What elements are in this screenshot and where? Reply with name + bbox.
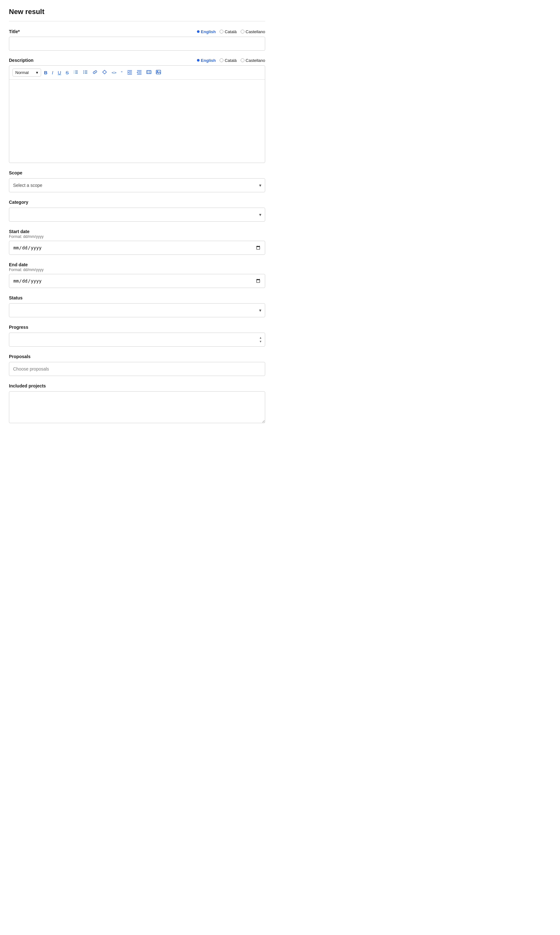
- progress-label: Progress: [9, 325, 28, 330]
- image-button[interactable]: [154, 68, 163, 77]
- progress-down-button[interactable]: ▼: [258, 340, 263, 344]
- progress-input-wrapper: ▲ ▼: [9, 333, 265, 347]
- included-projects-label: Included projects: [9, 383, 46, 388]
- start-date-label: Start date: [9, 229, 30, 234]
- ordered-list-button[interactable]: 1 2 3: [72, 68, 80, 77]
- status-select-wrapper: ▾: [9, 303, 265, 317]
- page-title: New result: [9, 8, 265, 16]
- proposals-field-group: Proposals: [9, 354, 265, 376]
- status-select[interactable]: [9, 303, 265, 317]
- code-icon: <>: [112, 70, 117, 75]
- end-date-field-group: End date Format: dd/mm/yyyy: [9, 262, 265, 288]
- scope-select[interactable]: Select a scope: [9, 178, 265, 192]
- underline-icon: U: [58, 70, 61, 75]
- title-lang-catala[interactable]: Català: [220, 29, 237, 34]
- desc-lang-english-label: English: [201, 58, 216, 63]
- catala-radio: [220, 30, 223, 34]
- proposals-label: Proposals: [9, 354, 31, 359]
- scope-label: Scope: [9, 170, 22, 176]
- title-divider: [9, 21, 265, 22]
- svg-rect-21: [147, 71, 151, 74]
- title-input[interactable]: [9, 37, 265, 51]
- start-date-input[interactable]: [9, 241, 265, 255]
- video-icon: [146, 69, 151, 75]
- outdent-button[interactable]: [135, 68, 143, 77]
- description-label: Description: [9, 58, 34, 63]
- italic-button[interactable]: I: [50, 69, 55, 77]
- status-label: Status: [9, 295, 23, 300]
- svg-text:3: 3: [74, 72, 75, 74]
- description-field-header: Description English Català Castellano: [9, 58, 265, 63]
- end-date-hint: Format: dd/mm/yyyy: [9, 268, 265, 272]
- title-lang-castellano[interactable]: Castellano: [241, 29, 265, 34]
- underline-button[interactable]: U: [56, 69, 63, 77]
- link-icon: [92, 69, 97, 75]
- desc-lang-english[interactable]: English: [197, 58, 216, 63]
- title-lang-catala-label: Català: [225, 29, 237, 34]
- indent-button[interactable]: [126, 68, 134, 77]
- editor-toolbar: Normal ▾ B I U S: [9, 66, 265, 80]
- proposals-input[interactable]: [9, 362, 265, 376]
- castellano-radio: [241, 30, 245, 34]
- svg-point-10: [83, 72, 84, 72]
- title-field-group: Title* English Català Castellano: [9, 29, 265, 51]
- italic-icon: I: [52, 70, 53, 75]
- svg-rect-24: [156, 70, 161, 74]
- unordered-list-button[interactable]: [81, 68, 89, 77]
- indent-right-icon: [127, 69, 132, 75]
- format-select-value: Normal: [15, 70, 29, 75]
- start-date-hint: Format: dd/mm/yyyy: [9, 234, 265, 239]
- svg-point-11: [83, 73, 84, 74]
- desc-lang-catala[interactable]: Català: [220, 58, 237, 63]
- description-field-group: Description English Català Castellano No…: [9, 58, 265, 163]
- image-icon: [156, 69, 161, 75]
- outdent-icon: [137, 69, 142, 75]
- progress-field-group: Progress ▲ ▼: [9, 324, 265, 347]
- strikethrough-button[interactable]: S: [64, 69, 71, 77]
- scope-select-wrapper: Select a scope ▾: [9, 178, 265, 192]
- desc-catala-radio: [220, 59, 223, 62]
- status-field-group: Status ▾: [9, 295, 265, 317]
- included-projects-field-group: Included projects: [9, 383, 265, 424]
- title-label: Title*: [9, 29, 20, 34]
- end-date-label: End date: [9, 262, 28, 267]
- code-button[interactable]: <>: [110, 69, 118, 76]
- description-lang-selector: English Català Castellano: [197, 58, 265, 63]
- desc-lang-castellano-label: Castellano: [246, 58, 265, 63]
- bold-button[interactable]: B: [42, 69, 49, 77]
- title-lang-selector: English Català Castellano: [197, 29, 265, 34]
- unordered-list-icon: [83, 69, 88, 75]
- desc-castellano-radio: [241, 59, 245, 62]
- progress-input[interactable]: [9, 333, 265, 347]
- english-dot: [197, 30, 200, 33]
- desc-english-dot: [197, 59, 200, 62]
- end-date-input[interactable]: [9, 274, 265, 288]
- title-lang-english[interactable]: English: [197, 29, 216, 34]
- link-button[interactable]: [91, 68, 99, 77]
- included-projects-textarea[interactable]: [9, 391, 265, 423]
- progress-up-button[interactable]: ▲: [258, 336, 263, 340]
- svg-marker-12: [103, 70, 106, 74]
- scope-field-group: Scope Select a scope ▾: [9, 170, 265, 192]
- blockquote-button[interactable]: “: [120, 69, 124, 77]
- svg-point-9: [83, 71, 84, 71]
- ordered-list-icon: 1 2 3: [73, 69, 78, 75]
- category-select[interactable]: [9, 208, 265, 222]
- description-editor-body[interactable]: [9, 80, 265, 163]
- bold-icon: B: [44, 70, 48, 75]
- desc-lang-catala-label: Català: [225, 58, 237, 63]
- description-editor: Normal ▾ B I U S: [9, 65, 265, 163]
- video-button[interactable]: [145, 68, 153, 77]
- blockquote-icon: “: [121, 70, 123, 75]
- desc-lang-castellano[interactable]: Castellano: [241, 58, 265, 63]
- unlink-button[interactable]: [100, 68, 109, 77]
- title-lang-castellano-label: Castellano: [246, 29, 265, 34]
- format-chevron-icon: ▾: [36, 70, 38, 75]
- progress-spinners: ▲ ▼: [258, 336, 263, 344]
- unlink-icon: [102, 69, 107, 75]
- title-field-header: Title* English Català Castellano: [9, 29, 265, 34]
- start-date-field-group: Start date Format: dd/mm/yyyy: [9, 229, 265, 255]
- category-label: Category: [9, 200, 28, 205]
- format-select[interactable]: Normal ▾: [12, 69, 41, 77]
- strikethrough-icon: S: [66, 70, 69, 75]
